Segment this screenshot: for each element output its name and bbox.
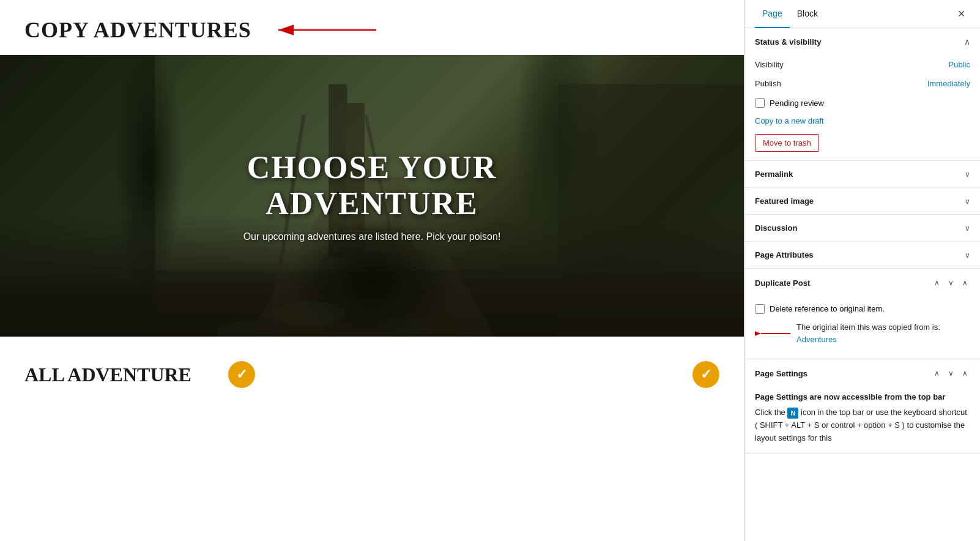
sidebar: Page Block ✕ Status & visibility ∧ Visib… <box>744 0 980 541</box>
svg-point-8 <box>378 317 428 335</box>
permalink-title: Permalink <box>755 170 793 179</box>
visibility-row: Visibility Public <box>755 55 970 74</box>
delete-ref-checkbox[interactable] <box>755 304 765 314</box>
topbar-n-icon: N <box>787 408 798 419</box>
checkmark-badge-2: ✓ <box>692 361 719 388</box>
pending-review-row: Pending review <box>755 93 970 113</box>
svg-point-9 <box>217 321 279 337</box>
duplicate-post-title: Duplicate Post <box>755 278 810 288</box>
delete-ref-row: Delete reference to original item. <box>755 302 970 316</box>
page-settings-chevron-up[interactable]: ∧ <box>932 368 942 379</box>
main-content: COPY ADVENTURES <box>0 0 744 541</box>
close-sidebar-button[interactable]: ✕ <box>952 3 970 24</box>
hero-subtitle: Our upcoming adventures are listed here.… <box>186 231 558 242</box>
tab-page[interactable]: Page <box>755 0 790 28</box>
original-item-text: The original item this was copied from i… <box>796 316 970 350</box>
svg-rect-5 <box>558 84 744 337</box>
permalink-section[interactable]: Permalink ∨ <box>745 161 980 188</box>
svg-rect-6 <box>0 270 744 337</box>
page-settings-controls: ∧ ∨ ∧ <box>932 368 970 379</box>
svg-point-7 <box>273 301 347 326</box>
duplicate-post-header[interactable]: Duplicate Post ∧ ∨ ∧ <box>745 269 980 297</box>
original-item-link[interactable]: Adventures <box>796 335 837 344</box>
page-settings-body: Page Settings are now accessible from th… <box>745 387 980 453</box>
discussion-section[interactable]: Discussion ∨ <box>745 215 980 242</box>
duplicate-post-body: Delete reference to original item. The o… <box>745 297 980 359</box>
page-settings-section: Page Settings ∧ ∨ ∧ Page Settings are no… <box>745 359 980 453</box>
hero-text-overlay: CHOOSE YOUR ADVENTURE Our upcoming adven… <box>186 149 558 242</box>
original-item-row: The original item this was copied from i… <box>755 316 970 350</box>
page-settings-notice-text: Click the N icon in the top bar or use t… <box>755 406 970 444</box>
move-to-trash-button[interactable]: Move to trash <box>755 134 819 152</box>
sidebar-arrow-icon <box>755 327 792 340</box>
duplicate-post-section: Duplicate Post ∧ ∨ ∧ Delete reference to… <box>745 269 980 359</box>
duplicate-post-chevron-down[interactable]: ∨ <box>946 277 956 288</box>
section-title: ALL ADVENTURE <box>24 364 191 386</box>
permalink-chevron: ∨ <box>965 170 970 179</box>
publish-row: Publish Immediately <box>755 74 970 93</box>
discussion-chevron: ∨ <box>965 224 970 233</box>
status-visibility-chevron-up: ∧ <box>964 37 970 47</box>
page-title: COPY ADVENTURES <box>24 17 251 43</box>
page-settings-header[interactable]: Page Settings ∧ ∨ ∧ <box>745 359 980 387</box>
page-settings-chevron-up2[interactable]: ∧ <box>960 368 970 379</box>
page-settings-notice-title: Page Settings are now accessible from th… <box>755 392 970 401</box>
page-attributes-section[interactable]: Page Attributes ∨ <box>745 242 980 269</box>
status-visibility-section: Status & visibility ∧ Visibility Public … <box>745 28 980 161</box>
featured-image-title: Featured image <box>755 196 814 206</box>
featured-image-section[interactable]: Featured image ∨ <box>745 188 980 215</box>
arrow-icon <box>266 18 388 42</box>
featured-image-chevron: ∨ <box>965 197 970 206</box>
hero-title: CHOOSE YOUR ADVENTURE <box>186 149 558 222</box>
status-visibility-body: Visibility Public Publish Immediately Pe… <box>745 55 980 160</box>
page-settings-title: Page Settings <box>755 369 807 378</box>
page-settings-chevron-down[interactable]: ∨ <box>946 368 956 379</box>
sidebar-tabs: Page Block ✕ <box>745 0 980 28</box>
publish-value[interactable]: Immediately <box>927 79 970 88</box>
page-title-area: COPY ADVENTURES <box>0 0 744 55</box>
svg-rect-2 <box>0 55 155 337</box>
duplicate-post-chevron-up[interactable]: ∧ <box>932 277 942 288</box>
page-settings-text-1: Click the <box>755 408 785 417</box>
pending-review-checkbox[interactable] <box>755 98 765 108</box>
page-attributes-chevron: ∨ <box>965 251 970 259</box>
checkmark-badge-1: ✓ <box>228 361 255 388</box>
title-arrow-annotation <box>266 18 388 42</box>
visibility-value[interactable]: Public <box>949 60 970 69</box>
tab-block[interactable]: Block <box>790 0 825 28</box>
delete-ref-label: Delete reference to original item. <box>770 304 885 313</box>
bottom-content: ALL ADVENTURE ✓ ✓ <box>0 337 744 412</box>
pending-review-label: Pending review <box>770 99 824 108</box>
hero-section: CHOOSE YOUR ADVENTURE Our upcoming adven… <box>0 55 744 337</box>
page-attributes-title: Page Attributes <box>755 250 814 259</box>
duplicate-post-controls: ∧ ∨ ∧ <box>932 277 970 288</box>
publish-label: Publish <box>755 79 781 88</box>
status-visibility-title: Status & visibility <box>755 37 821 47</box>
status-visibility-header[interactable]: Status & visibility ∧ <box>745 28 980 55</box>
svg-marker-4 <box>279 227 465 337</box>
page-settings-text-2: icon in the top bar or use the keyboard … <box>755 408 967 442</box>
copy-to-new-draft-link[interactable]: Copy to a new draft <box>755 113 970 129</box>
visibility-label: Visibility <box>755 60 784 69</box>
original-text-prefix: The original item this was copied from i… <box>796 323 940 332</box>
discussion-title: Discussion <box>755 223 797 233</box>
duplicate-post-chevron-up2[interactable]: ∧ <box>960 277 970 288</box>
